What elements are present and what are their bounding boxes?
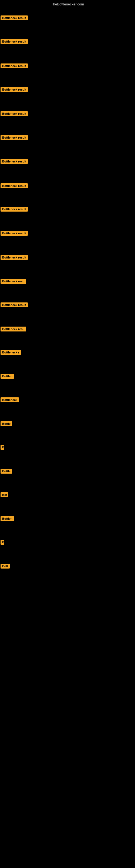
bottleneck-badge[interactable]: Bot bbox=[1, 492, 8, 497]
bottleneck-badge[interactable]: Bottleneck result bbox=[1, 207, 28, 212]
result-row: Bottleneck r bbox=[1, 350, 21, 356]
bottleneck-badge[interactable]: B bbox=[1, 540, 4, 545]
bottleneck-badge[interactable]: Bottleneck r bbox=[1, 350, 21, 355]
bottleneck-badge[interactable]: Bottleneck result bbox=[1, 39, 28, 44]
bottleneck-badge[interactable]: Bottleneck result bbox=[1, 303, 28, 307]
bottleneck-badge[interactable]: Bottleneck result bbox=[1, 87, 28, 92]
bottleneck-badge[interactable]: Bottleneck result bbox=[1, 135, 28, 140]
bottleneck-badge[interactable]: Bottleneck result bbox=[1, 183, 28, 188]
bottleneck-badge[interactable]: Bottleneck bbox=[1, 397, 19, 402]
result-row: B bbox=[1, 540, 4, 546]
result-row: Bottleneck bbox=[1, 397, 19, 403]
result-row: Bottle bbox=[1, 469, 12, 475]
bottleneck-badge[interactable]: Bottleneck result bbox=[1, 231, 28, 236]
bottleneck-badge[interactable]: Bottleneck result bbox=[1, 16, 28, 20]
result-row: Bottleneck result bbox=[1, 231, 28, 237]
result-row: Bottleneck result bbox=[1, 111, 28, 117]
result-row: Bottleneck result bbox=[1, 303, 28, 308]
result-row: Bottleneck result bbox=[1, 39, 28, 45]
result-row: Bottlen bbox=[1, 374, 14, 380]
result-row: Bottleneck result bbox=[1, 183, 28, 189]
bottleneck-badge[interactable]: Bottleneck result bbox=[1, 63, 28, 68]
result-row: Bottleneck resu bbox=[1, 327, 26, 333]
bottleneck-badge[interactable]: Bott bbox=[1, 564, 10, 568]
result-row: Bottleneck result bbox=[1, 255, 28, 261]
bottleneck-badge[interactable]: Bottleneck result bbox=[1, 159, 28, 164]
bottleneck-badge[interactable]: B bbox=[1, 445, 4, 450]
result-row: Bottleneck result bbox=[1, 159, 28, 165]
result-row: Bot bbox=[1, 492, 8, 498]
bottleneck-badge[interactable]: Bottle bbox=[1, 469, 12, 474]
result-row: Bottle bbox=[1, 421, 12, 427]
bottleneck-badge[interactable]: Bottleneck result bbox=[1, 111, 28, 116]
bottleneck-badge[interactable]: Bottlen bbox=[1, 516, 14, 521]
bottleneck-badge[interactable]: Bottlen bbox=[1, 374, 14, 379]
site-title: TheBottlenecker.com bbox=[0, 0, 135, 7]
result-row: Bottleneck result bbox=[1, 16, 28, 22]
page-container: TheBottlenecker.com Bottleneck resultBot… bbox=[0, 0, 135, 868]
result-row: Bott bbox=[1, 564, 10, 569]
bottleneck-badge[interactable]: Bottleneck resu bbox=[1, 327, 26, 332]
result-row: Bottleneck result bbox=[1, 135, 28, 141]
bottleneck-badge[interactable]: Bottle bbox=[1, 421, 12, 426]
result-row: B bbox=[1, 445, 4, 451]
result-row: Bottleneck result bbox=[1, 63, 28, 69]
result-row: Bottleneck result bbox=[1, 87, 28, 93]
bottleneck-badge[interactable]: Bottleneck result bbox=[1, 255, 28, 260]
result-row: Bottleneck result bbox=[1, 207, 28, 213]
result-row: Bottleneck resu bbox=[1, 279, 26, 285]
result-row: Bottlen bbox=[1, 516, 14, 522]
bottleneck-badge[interactable]: Bottleneck resu bbox=[1, 279, 26, 284]
